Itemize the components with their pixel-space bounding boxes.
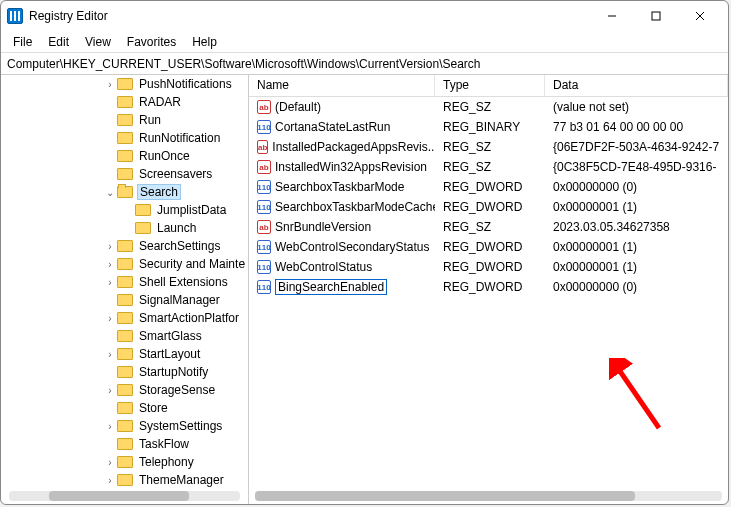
list-pane[interactable]: Name Type Data ab(Default)REG_SZ(value n… (249, 75, 728, 504)
folder-icon (117, 240, 133, 252)
maximize-button[interactable] (634, 2, 678, 30)
menu-edit[interactable]: Edit (40, 33, 77, 51)
registry-value-row[interactable]: 110SearchboxTaskbarModeCacheREG_DWORD0x0… (249, 197, 728, 217)
expander-icon[interactable]: › (103, 475, 117, 486)
tree-item-screensavers[interactable]: Screensavers (13, 165, 247, 183)
registry-value-row[interactable]: abInstalledPackagedAppsRevis...REG_SZ{06… (249, 137, 728, 157)
value-data: 0x00000001 (1) (545, 260, 728, 274)
tree-item-storagesense[interactable]: ›StorageSense (13, 381, 247, 399)
tree-item-smartglass[interactable]: SmartGlass (13, 327, 247, 345)
list-scrollbar[interactable] (255, 491, 722, 501)
menu-file[interactable]: File (5, 33, 40, 51)
column-data[interactable]: Data (545, 75, 728, 96)
expander-icon[interactable]: › (103, 277, 117, 288)
tree-item-label: TaskFlow (137, 437, 191, 451)
tree-item-jumplistdata[interactable]: JumplistData (13, 201, 247, 219)
tree-item-startlayout[interactable]: ›StartLayout (13, 345, 247, 363)
folder-icon (117, 168, 133, 180)
value-type: REG_SZ (435, 160, 545, 174)
tree-item-shell-extensions[interactable]: ›Shell Extensions (13, 273, 247, 291)
expander-icon[interactable]: › (103, 313, 117, 324)
minimize-button[interactable] (590, 2, 634, 30)
tree-item-signalmanager[interactable]: SignalManager (13, 291, 247, 309)
value-data: 2023.03.05.34627358 (545, 220, 728, 234)
folder-icon (117, 420, 133, 432)
tree-item-pushnotifications[interactable]: ›PushNotifications (13, 75, 247, 93)
registry-value-row[interactable]: ab(Default)REG_SZ(value not set) (249, 97, 728, 117)
list-header: Name Type Data (249, 75, 728, 97)
tree-item-taskflow[interactable]: TaskFlow (13, 435, 247, 453)
value-type: REG_SZ (435, 100, 545, 114)
tree-item-run[interactable]: Run (13, 111, 247, 129)
expander-icon[interactable]: › (103, 349, 117, 360)
folder-icon (117, 474, 133, 486)
registry-value-row[interactable]: 110WebControlStatusREG_DWORD0x00000001 (… (249, 257, 728, 277)
column-type[interactable]: Type (435, 75, 545, 96)
tree-pane[interactable]: ›PushNotificationsRADARRunRunNotificatio… (1, 75, 249, 504)
tree-item-searchsettings[interactable]: ›SearchSettings (13, 237, 247, 255)
folder-icon (117, 366, 133, 378)
tree-item-runnotification[interactable]: RunNotification (13, 129, 247, 147)
registry-value-row[interactable]: 110WebControlSecondaryStatusREG_DWORD0x0… (249, 237, 728, 257)
value-type: REG_DWORD (435, 240, 545, 254)
tree-item-label: Telephony (137, 455, 196, 469)
registry-value-row[interactable]: 110CortanaStateLastRunREG_BINARY77 b3 01… (249, 117, 728, 137)
tree-item-label: Security and Mainte (137, 257, 247, 271)
tree-item-startupnotify[interactable]: StartupNotify (13, 363, 247, 381)
list-scrollbar-thumb[interactable] (255, 491, 635, 501)
tree-item-launch[interactable]: Launch (13, 219, 247, 237)
folder-icon (117, 456, 133, 468)
tree-item-smartactionplatfor[interactable]: ›SmartActionPlatfor (13, 309, 247, 327)
tree-item-label: Run (137, 113, 163, 127)
close-button[interactable] (678, 2, 722, 30)
menu-help[interactable]: Help (184, 33, 225, 51)
address-bar[interactable]: Computer\HKEY_CURRENT_USER\Software\Micr… (1, 53, 728, 75)
tree-item-search[interactable]: ⌄Search (13, 183, 247, 201)
menu-view[interactable]: View (77, 33, 119, 51)
value-type: REG_BINARY (435, 120, 545, 134)
folder-icon (117, 132, 133, 144)
expander-icon[interactable]: › (103, 385, 117, 396)
expander-icon[interactable]: ⌄ (103, 187, 117, 198)
expander-icon[interactable]: › (103, 79, 117, 90)
expander-icon[interactable]: › (103, 421, 117, 432)
tree-item-runonce[interactable]: RunOnce (13, 147, 247, 165)
tree-scrollbar[interactable] (9, 491, 240, 501)
value-type: REG_DWORD (435, 200, 545, 214)
tree-item-thememanager[interactable]: ›ThemeManager (13, 471, 247, 489)
value-data: {0C38F5CD-7E48-495D-9316- (545, 160, 728, 174)
reg-string-icon: ab (257, 220, 271, 234)
value-name: SearchboxTaskbarMode (275, 180, 404, 194)
value-name: SnrBundleVersion (275, 220, 371, 234)
tree-item-systemsettings[interactable]: ›SystemSettings (13, 417, 247, 435)
tree-item-telephony[interactable]: ›Telephony (13, 453, 247, 471)
folder-icon (117, 150, 133, 162)
column-name[interactable]: Name (249, 75, 435, 96)
tree-item-label: RADAR (137, 95, 183, 109)
registry-value-row[interactable]: 110BingSearchEnabledREG_DWORD0x00000000 … (249, 277, 728, 297)
tree-item-radar[interactable]: RADAR (13, 93, 247, 111)
tree-item-security-and-mainte[interactable]: ›Security and Mainte (13, 255, 247, 273)
tree-item-label: StartupNotify (137, 365, 210, 379)
tree-item-label: Store (137, 401, 170, 415)
registry-value-row[interactable]: abInstalledWin32AppsRevisionREG_SZ{0C38F… (249, 157, 728, 177)
expander-icon[interactable]: › (103, 259, 117, 270)
folder-icon (117, 438, 133, 450)
registry-value-row[interactable]: 110SearchboxTaskbarModeREG_DWORD0x000000… (249, 177, 728, 197)
expander-icon[interactable]: › (103, 457, 117, 468)
menubar: File Edit View Favorites Help (1, 31, 728, 53)
folder-icon (117, 348, 133, 360)
reg-string-icon: ab (257, 160, 271, 174)
value-type: REG_DWORD (435, 260, 545, 274)
registry-value-row[interactable]: abSnrBundleVersionREG_SZ2023.03.05.34627… (249, 217, 728, 237)
folder-icon (117, 258, 133, 270)
value-type: REG_SZ (435, 220, 545, 234)
expander-icon[interactable]: › (103, 241, 117, 252)
tree-item-store[interactable]: Store (13, 399, 247, 417)
svg-rect-1 (652, 12, 660, 20)
tree-scrollbar-thumb[interactable] (49, 491, 189, 501)
value-name: SearchboxTaskbarModeCache (275, 200, 435, 214)
menu-favorites[interactable]: Favorites (119, 33, 184, 51)
value-data: {06E7DF2F-503A-4634-9242-7 (545, 140, 728, 154)
value-data: 0x00000001 (1) (545, 200, 728, 214)
